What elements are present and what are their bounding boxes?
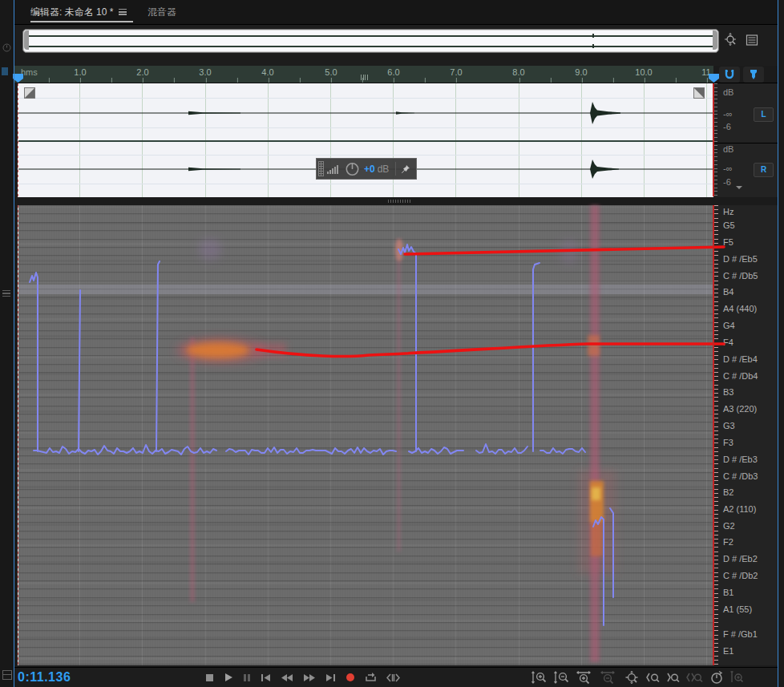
- note-label: F5: [723, 237, 733, 247]
- overview-channel-line: [28, 35, 713, 37]
- channel-divider[interactable]: [18, 140, 713, 142]
- meter-dropdown-icon[interactable]: [736, 186, 742, 192]
- panel-menu-icon[interactable]: [119, 9, 127, 15]
- ruler-label: 2.0: [136, 67, 148, 77]
- record-button[interactable]: [346, 673, 355, 682]
- panel-list-button[interactable]: [746, 33, 758, 47]
- note-label: C # /Db3: [723, 471, 758, 481]
- right-margin: [778, 0, 784, 687]
- panel-badge: [2, 67, 8, 75]
- pin-hud-icon[interactable]: [401, 164, 410, 174]
- tab-mixer[interactable]: 混音器: [148, 0, 176, 24]
- pitch-note-scale[interactable]: HzG5F5D # /Eb5C # /Db5B4A4 (440)G4F4D # …: [713, 205, 778, 665]
- note-label: C # /Db2: [723, 571, 758, 580]
- marker-pin-icon: [749, 69, 758, 80]
- note-label: C # /Db4: [723, 371, 758, 381]
- zoom-selection-button[interactable]: [686, 671, 704, 685]
- channel-button-left[interactable]: L: [754, 107, 774, 122]
- note-label: G5: [723, 220, 735, 230]
- zoom-out-horizontal-button[interactable]: [600, 670, 618, 685]
- grid-icon: [2, 670, 12, 680]
- marker-button[interactable]: [743, 67, 764, 83]
- overview-navigator[interactable]: [22, 29, 719, 53]
- skip-selection-button[interactable]: [386, 673, 400, 682]
- note-label: D # /Eb3: [723, 455, 758, 464]
- note-label: A3 (220): [723, 404, 757, 414]
- pause-button[interactable]: [243, 673, 251, 682]
- note-label: Hz: [723, 207, 733, 216]
- waveform-display[interactable]: [18, 83, 713, 198]
- status-transport-bar: 0:11.136: [14, 667, 778, 687]
- note-label: A1 (55): [723, 604, 752, 614]
- zoom-full-button[interactable]: [729, 670, 745, 685]
- gain-unit: dB: [378, 164, 390, 175]
- note-label: B3: [723, 387, 733, 397]
- ruler-label: 5.0: [325, 67, 337, 77]
- ruler-label: 1.0: [74, 67, 86, 77]
- channel-button-right[interactable]: R: [754, 163, 774, 177]
- panel-splitter[interactable]: [14, 197, 778, 205]
- ruler-unit: hms: [21, 67, 38, 77]
- note-label: B4: [723, 287, 733, 297]
- ruler-label: 9.0: [575, 67, 587, 77]
- note-label: B2: [723, 487, 733, 497]
- zoom-in-point-button[interactable]: [646, 671, 661, 685]
- overview-waveform-spike: [592, 44, 594, 48]
- gain-knob-icon[interactable]: [345, 161, 360, 176]
- active-tab-underline: [30, 21, 133, 22]
- zoom-out-point-button[interactable]: [666, 671, 681, 685]
- panel-tab-bar: 编辑器: 未命名 10 * 混音器: [14, 0, 778, 25]
- gain-value[interactable]: +0: [364, 164, 375, 175]
- transport-controls: [205, 670, 400, 685]
- note-label: G3: [723, 421, 735, 430]
- db-label: -∞: [723, 109, 733, 119]
- overview-zoom-reset-button[interactable]: [722, 33, 738, 47]
- fast-forward-button[interactable]: [303, 673, 316, 682]
- play-button[interactable]: [224, 673, 233, 682]
- snap-button[interactable]: [719, 67, 740, 83]
- volume-hud[interactable]: +0 dB: [316, 158, 417, 180]
- db-label: -6: [723, 177, 731, 187]
- tab-mixer-label: 混音器: [148, 6, 176, 18]
- overview-channel-line: [28, 46, 713, 47]
- overview-waveform-spike: [592, 34, 594, 38]
- note-label: D # /Eb4: [723, 354, 758, 364]
- ruler-right-zone: [713, 66, 778, 83]
- zoom-toolbar: [531, 669, 745, 685]
- collapsed-panel-rail[interactable]: [0, 0, 14, 687]
- tab-editor-label: 编辑器: 未命名 10 *: [30, 6, 113, 18]
- timecode-display[interactable]: 0:11.136: [18, 670, 71, 685]
- zoom-in-horizontal-button[interactable]: [576, 670, 594, 685]
- snap-magnet-icon: [724, 69, 735, 80]
- panel-focus-border-left: [14, 0, 14, 687]
- fade-out-handle[interactable]: [693, 87, 705, 99]
- note-label: A2 (110): [723, 504, 756, 514]
- skip-to-end-button[interactable]: [325, 673, 336, 682]
- stop-button[interactable]: [205, 673, 214, 682]
- zoom-in-vertical-button[interactable]: [531, 670, 548, 685]
- note-label: B1: [723, 588, 733, 597]
- timer-button[interactable]: [709, 670, 724, 685]
- zoom-out-vertical-button[interactable]: [553, 670, 570, 685]
- ruler-zoom-grip-icon: [361, 75, 369, 80]
- ruler-label: 3.0: [199, 67, 211, 77]
- timeline-ruler[interactable]: hms 1.02.03.04.05.06.07.08.09.010.011: [14, 66, 713, 83]
- rewind-button[interactable]: [281, 673, 293, 682]
- splitter-grip[interactable]: [388, 200, 410, 203]
- overview-left-handle[interactable]: [24, 30, 29, 50]
- selection-start-line: [18, 83, 18, 196]
- note-label: E1: [723, 646, 733, 656]
- menu-lines-icon: [2, 290, 10, 297]
- note-label: G2: [723, 521, 735, 531]
- note-label: F4: [723, 337, 733, 347]
- note-label: G4: [723, 321, 735, 330]
- skip-to-start-button[interactable]: [261, 673, 271, 682]
- loop-playback-button[interactable]: [365, 673, 377, 683]
- overview-right-handle[interactable]: [713, 30, 717, 50]
- fade-in-handle[interactable]: [24, 87, 35, 99]
- panel-focus-border-right: [778, 0, 778, 687]
- ruler-label: 8.0: [512, 67, 524, 77]
- hud-drag-grip[interactable]: [318, 161, 324, 176]
- zoom-reset-button[interactable]: [624, 670, 641, 685]
- note-label: F2: [723, 537, 733, 547]
